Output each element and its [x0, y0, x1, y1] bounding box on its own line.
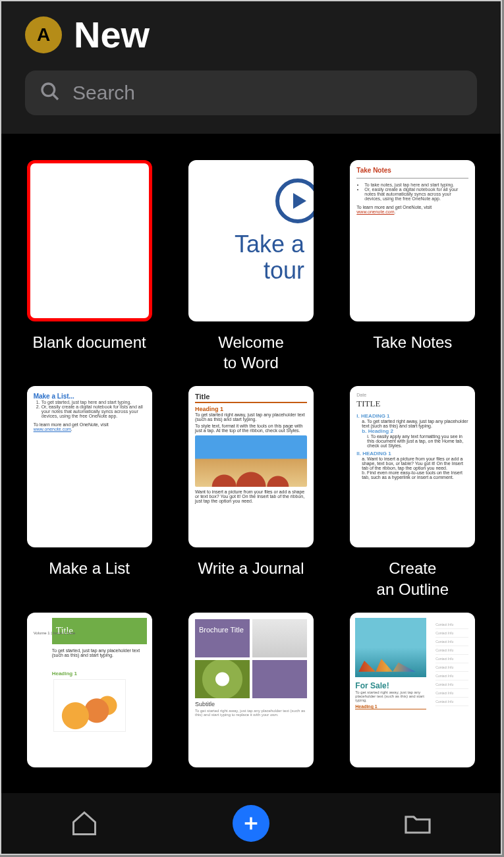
thumb-text: Take a tour — [188, 223, 314, 283]
template-label: Take Notes — [373, 332, 452, 352]
thumb-image — [195, 435, 307, 487]
thumb-list: To take notes, just tap here and start t… — [356, 182, 468, 201]
thumb-sidebar: Contact InfoContact InfoContact InfoCont… — [435, 621, 468, 706]
thumb-heading: Heading 1 — [195, 406, 307, 412]
folder-icon — [402, 808, 434, 839]
thumb-title: TITLE — [356, 399, 468, 409]
template-thumb: Title Heading 1 To get started right awa… — [188, 386, 314, 547]
thumb-image — [195, 660, 250, 698]
thumb-image — [53, 679, 126, 732]
template-thumb: Take a tour — [188, 160, 314, 321]
avatar[interactable]: A — [25, 16, 62, 53]
template-thumb: Make a List... To get started, just tap … — [27, 386, 152, 547]
svg-line-1 — [53, 94, 58, 99]
app-window: A New Blank document Take a tour Welcome… — [0, 0, 502, 855]
home-button[interactable] — [65, 804, 104, 843]
template-thumb — [27, 160, 152, 321]
thumb-heading: Take Notes — [356, 167, 468, 177]
template-thumb: Take Notes To take notes, just tap here … — [350, 160, 475, 321]
template-newsletter[interactable]: Volume 1 | Issue 1 Date Title To get sta… — [25, 613, 154, 767]
thumb-image — [252, 660, 307, 698]
search-input[interactable] — [72, 82, 462, 104]
template-label: Welcome to Word — [218, 332, 284, 373]
template-blank-document[interactable]: Blank document — [25, 160, 154, 373]
plus-icon — [233, 805, 269, 842]
page-title: New — [74, 13, 150, 56]
template-thumb: Brochure Title Subtitle To get started r… — [188, 613, 314, 767]
template-create-an-outline[interactable]: Date TITLE I. HEADING 1 a. To get starte… — [349, 386, 477, 599]
arrow-right-icon — [275, 179, 314, 223]
search-icon — [40, 81, 61, 105]
thumb-title: Brochure Title — [195, 619, 250, 657]
template-welcome-to-word[interactable]: Take a tour Welcome to Word — [186, 160, 315, 373]
template-write-a-journal[interactable]: Title Heading 1 To get started right awa… — [186, 386, 315, 599]
search-bar[interactable] — [25, 70, 477, 115]
template-flyer[interactable]: Contact InfoContact InfoContact InfoCont… — [349, 613, 477, 767]
template-take-notes[interactable]: Take Notes To take notes, just tap here … — [349, 160, 477, 373]
template-brochure[interactable]: Brochure Title Subtitle To get started r… — [186, 613, 315, 767]
template-grid: Blank document Take a tour Welcome to Wo… — [1, 134, 501, 846]
svg-point-0 — [42, 84, 55, 96]
template-label: Blank document — [33, 332, 146, 352]
template-label: Write a Journal — [198, 558, 304, 578]
thumb-heading: Make a List... — [34, 393, 146, 400]
template-label: Create an Outline — [377, 558, 449, 599]
template-thumb: Contact InfoContact InfoContact InfoCont… — [350, 613, 475, 767]
template-make-a-list[interactable]: Make a List... To get started, just tap … — [25, 386, 154, 599]
thumb-list: To get started, just tap here and start … — [34, 400, 146, 418]
home-icon — [70, 809, 99, 838]
bottom-navigation — [1, 793, 501, 854]
header: A New — [1, 1, 501, 134]
template-thumb: Volume 1 | Issue 1 Date Title To get sta… — [27, 613, 152, 767]
template-thumb: Date TITLE I. HEADING 1 a. To get starte… — [350, 386, 475, 547]
new-button[interactable] — [231, 804, 271, 843]
thumb-image — [355, 618, 426, 677]
template-label: Make a List — [49, 558, 130, 578]
folder-button[interactable] — [398, 804, 437, 843]
thumb-title: Title — [195, 393, 307, 401]
thumb-image — [252, 619, 307, 657]
